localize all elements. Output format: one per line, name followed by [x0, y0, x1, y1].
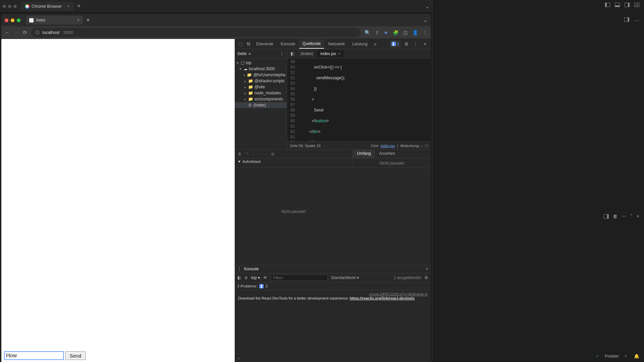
close-icon[interactable]: ×	[67, 4, 70, 9]
layout-bottom-icon[interactable]	[615, 3, 620, 7]
issues-badge[interactable]: ❚2	[390, 40, 401, 48]
console-source-link[interactable]: chunk-DFKQJ226.js?v=9e6b4e8c:8	[238, 292, 427, 296]
panel-toggle-icon[interactable]	[624, 17, 629, 22]
tree-file-index[interactable]: 🗎(Index)	[235, 102, 287, 108]
zoom-icon[interactable]: 🔍	[365, 30, 370, 35]
console-prompt[interactable]: ›	[235, 355, 431, 362]
code-body[interactable]: 4950515253545556575859606162636465666768…	[287, 58, 431, 141]
tree-folder[interactable]: ▸📁node_modules	[235, 90, 287, 96]
tree-top[interactable]: ▼▢top	[235, 60, 287, 66]
close-devtools-icon[interactable]: ×	[421, 40, 429, 48]
step-over-icon[interactable]: ↷	[245, 151, 249, 156]
site-info-icon[interactable]: ⓘ	[35, 30, 40, 36]
tab-console[interactable]: Konsole	[277, 40, 298, 48]
browser-tab-astro[interactable]: Astro ×	[26, 16, 83, 25]
window-controls[interactable]	[5, 18, 20, 22]
sidebar-kebab-icon[interactable]: ⋮	[279, 51, 284, 56]
add-tab-icon[interactable]: +	[77, 3, 81, 10]
tab-sources[interactable]: Quellcode	[299, 39, 324, 49]
tab-elements[interactable]: Elemente	[253, 40, 277, 48]
step-into-icon[interactable]: ↓	[252, 151, 255, 156]
console-filter-input[interactable]	[271, 275, 328, 281]
outer-tab-chrome[interactable]: Chrome Browser ×	[21, 2, 74, 11]
step-icon[interactable]: →	[263, 151, 268, 156]
reload-icon[interactable]: ⟳	[23, 30, 27, 36]
layout-left-icon[interactable]	[605, 3, 610, 7]
watch-tab[interactable]: Ansehen	[375, 150, 399, 158]
coverage-toggle-icon[interactable]: ▢	[425, 143, 428, 148]
more-icon[interactable]: ⋯	[622, 214, 626, 219]
hidden-count[interactable]: 2 ausgeblendet	[394, 275, 421, 280]
menu-icon[interactable]: ⋮	[423, 30, 427, 35]
deactivate-breakpoints-icon[interactable]: ⊘	[271, 151, 275, 156]
broadcast-icon[interactable]: ᯤ	[624, 354, 629, 359]
tree-folder[interactable]: ▸📁@fs/Users/stepha	[235, 72, 287, 78]
device-toggle-icon[interactable]: ⧉	[245, 40, 252, 48]
code-tab-index[interactable]: (Index)	[297, 50, 316, 57]
browser-tab-bar: Astro × + ⌄	[1, 14, 431, 26]
kebab-icon[interactable]: ⋮	[412, 40, 419, 48]
url-bar[interactable]: ⓘ localhost:3000	[31, 28, 361, 37]
tab-performance[interactable]: Leistung	[349, 40, 371, 48]
more-tabs-icon[interactable]: »	[372, 40, 379, 48]
chrome-icon	[25, 4, 30, 9]
settings-icon[interactable]: ⚙	[403, 40, 410, 48]
console-drawer: ⋮ Konsole × ◧ ⊘ top ▾ 👁 Standardlevel ▾ …	[235, 265, 431, 362]
bell-icon[interactable]: 🔔	[634, 354, 639, 359]
tree-folder[interactable]: ▸📁@vite	[235, 84, 287, 90]
browser-toolbar: ← → ⟳ ⓘ localhost:3000 🔍 ⇧ ★ 🧩 ◫ 👤 ⋮	[1, 26, 431, 39]
show-navigator-icon[interactable]: ◧	[288, 51, 296, 56]
live-expression-icon[interactable]: 👁	[263, 275, 267, 280]
devtools-panel: ⬚ ⧉ Elemente Konsole Quellcode Netzwerk …	[235, 39, 431, 362]
layout-grid-icon[interactable]	[634, 3, 639, 7]
tree-host[interactable]: ▼☁localhost:3000	[235, 66, 287, 72]
inspect-icon[interactable]: ⬚	[237, 40, 244, 48]
sidebar-toggle-icon[interactable]: ◧	[237, 275, 241, 280]
prettier-status[interactable]: Prettier	[605, 354, 619, 359]
tree-folder[interactable]: ▸📁src/components	[235, 96, 287, 102]
sidepanel-icon[interactable]: ◫	[403, 30, 408, 35]
sidebar-more-icon[interactable]: »	[248, 51, 251, 56]
console-url-link[interactable]: https://reactjs.org/link/react-devtools	[350, 296, 415, 300]
source-link[interactable]: index.jsx	[380, 144, 395, 148]
close-icon[interactable]: ×	[77, 18, 80, 22]
console-kebab-icon[interactable]: ⋮	[237, 267, 241, 271]
close-icon[interactable]: ×	[637, 214, 639, 219]
editor-right-strip: ⋯ 🗑 ⋯ ˄ × ✓ Prettier ᯤ 🔔	[432, 0, 644, 362]
close-drawer-icon[interactable]: ×	[426, 267, 428, 271]
pause-icon[interactable]: ⏸	[237, 151, 242, 156]
chevron-up-icon[interactable]: ˄	[630, 214, 633, 219]
share-icon[interactable]: ⇧	[375, 30, 379, 35]
check-icon: ✓	[596, 354, 599, 359]
message-input[interactable]	[4, 351, 64, 360]
profile-icon[interactable]: 👤	[412, 30, 418, 35]
layout-right-icon[interactable]	[625, 3, 630, 7]
sources-sidebar: Seite » ⋮ ▼▢top ▼☁localhost:3000 ▸📁@fs/U…	[235, 49, 287, 149]
window-controls-inactive	[3, 5, 17, 8]
more-icon[interactable]: ⋯	[634, 17, 639, 24]
bookmark-icon[interactable]: ★	[384, 30, 388, 35]
console-settings-icon[interactable]: ⚙	[424, 275, 428, 280]
problems-bar[interactable]: 2 Probleme: ❚ 2	[235, 283, 431, 290]
new-tab-icon[interactable]: +	[86, 17, 90, 24]
code-status-bar: Zeile 59, Spalte 19 (Von index.jsx) Abde…	[287, 141, 431, 149]
send-button[interactable]: Send	[65, 351, 86, 360]
close-icon[interactable]: ×	[338, 51, 340, 56]
cursor-position: Zeile 59, Spalte 19	[290, 144, 321, 148]
tab-list-chevron-icon[interactable]: ⌄	[423, 17, 427, 23]
code-tab-indexjsx[interactable]: index.jsx×	[317, 50, 344, 57]
line-gutter: 4950515253545556575859606162636465666768	[287, 58, 297, 141]
trash-icon[interactable]: 🗑	[613, 214, 617, 219]
clear-console-icon[interactable]: ⊘	[244, 275, 248, 280]
debug-controls: ⏸ ↷ ↓ ↑ → ⊘	[235, 150, 353, 159]
back-icon[interactable]: ←	[5, 30, 10, 35]
step-out-icon[interactable]: ↑	[258, 151, 260, 156]
log-level-selector[interactable]: Standardlevel ▾	[331, 275, 359, 280]
terminal-panel-icon[interactable]	[604, 214, 609, 219]
extensions-icon[interactable]: 🧩	[393, 30, 399, 35]
scope-tab[interactable]: Umfang	[353, 150, 375, 158]
context-selector[interactable]: top ▾	[251, 275, 260, 280]
tab-network[interactable]: Netzwerk	[325, 40, 348, 48]
tree-folder[interactable]: ▸📁@id/astro:scripts	[235, 78, 287, 84]
tabs-chevron-icon[interactable]: ⌄	[425, 4, 429, 9]
